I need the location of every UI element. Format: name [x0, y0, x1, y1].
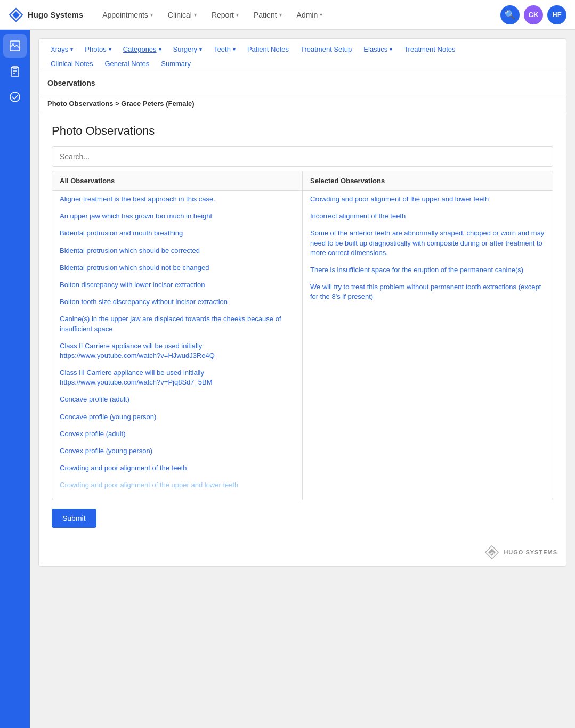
section-title: Observations — [39, 72, 566, 94]
chevron-down-icon: ▾ — [320, 12, 322, 18]
search-button[interactable]: 🔍 — [500, 5, 520, 24]
list-item[interactable]: Bidental protrusion which should be corr… — [52, 242, 302, 259]
avatar-ck[interactable]: CK — [524, 5, 543, 24]
tab-treatment-notes[interactable]: Treatment Notes — [399, 43, 460, 55]
list-item[interactable]: Bolton discrepancy with lower incisor ex… — [52, 276, 302, 293]
breadcrumb: Photo Observations > Grace Peters (Femal… — [39, 94, 566, 113]
footer-label: HUGO SYSTEMS — [504, 549, 557, 555]
top-nav: Hugo Systems Appointments ▾ Clinical ▾ R… — [0, 0, 575, 30]
tab-photos[interactable]: Photos ▾ — [79, 43, 116, 55]
tab-general-notes[interactable]: General Notes — [99, 58, 155, 70]
tab-categories[interactable]: Categories ▾ — [118, 43, 167, 55]
chevron-down-icon: ▾ — [109, 46, 111, 52]
chevron-down-icon: ▾ — [233, 46, 236, 52]
tab-teeth[interactable]: Teeth ▾ — [208, 43, 241, 55]
chevron-down-icon: ▾ — [279, 12, 282, 18]
checkmark-icon — [9, 91, 21, 103]
search-input[interactable] — [52, 147, 553, 166]
list-item[interactable]: Class III Carriere appliance will be use… — [52, 364, 302, 391]
submit-button[interactable]: Submit — [52, 509, 96, 528]
list-item[interactable]: Convex profile (adult) — [52, 426, 302, 443]
list-item[interactable]: Some of the anterior teeth are abnormall… — [303, 225, 553, 261]
chevron-down-icon: ▾ — [150, 12, 153, 18]
svg-marker-1 — [12, 11, 20, 19]
main-card: Xrays ▾ Photos ▾ Categories ▾ Surgery ▾ … — [38, 38, 566, 567]
footer-logo-icon: HS — [484, 545, 499, 560]
avatar-hf[interactable]: HF — [547, 5, 566, 24]
list-item[interactable]: Class II Carriere appliance will be used… — [52, 338, 302, 364]
selected-observations-list: Crowding and poor alignment of the upper… — [303, 191, 553, 306]
list-item[interactable]: Aligner treatment is the best approach i… — [52, 191, 302, 208]
nav-appointments[interactable]: Appointments ▾ — [96, 6, 159, 23]
all-observations-col: All Observations Aligner treatment is th… — [52, 171, 303, 500]
list-item[interactable]: Concave profile (adult) — [52, 391, 302, 408]
observations-container: Photo Observations All Observations Alig… — [39, 113, 566, 538]
chevron-down-icon: ▾ — [199, 46, 202, 52]
list-item[interactable]: An upper jaw which has grown too much in… — [52, 208, 302, 225]
tab-treatment-setup[interactable]: Treatment Setup — [295, 43, 357, 55]
tab-row-1: Xrays ▾ Photos ▾ Categories ▾ Surgery ▾ … — [45, 43, 560, 55]
tab-bar: Xrays ▾ Photos ▾ Categories ▾ Surgery ▾ … — [39, 39, 566, 72]
chevron-down-icon: ▾ — [159, 46, 161, 52]
all-observations-header: All Observations — [52, 171, 302, 191]
nav-patient[interactable]: Patient ▾ — [247, 6, 288, 23]
list-item[interactable]: Bolton tooth size discrepancy without in… — [52, 293, 302, 310]
search-icon: 🔍 — [505, 10, 515, 20]
svg-text:HS: HS — [490, 551, 495, 555]
tab-clinical-notes[interactable]: Clinical Notes — [45, 58, 98, 70]
tab-row-2: Clinical Notes General Notes Summary — [45, 58, 560, 70]
left-sidebar — [0, 30, 30, 728]
app-name: Hugo Systems — [28, 10, 83, 19]
footer: HS HUGO SYSTEMS — [39, 538, 566, 566]
logo-area: Hugo Systems — [9, 7, 83, 22]
sidebar-icon-image[interactable] — [3, 34, 27, 58]
chevron-down-icon: ▾ — [390, 46, 392, 52]
logo-icon — [9, 7, 23, 22]
list-item[interactable]: Bidental protrusion which should not be … — [52, 259, 302, 276]
obs-title: Photo Observations — [52, 124, 553, 138]
list-item[interactable]: Bidental protrusion and mouth breathing — [52, 225, 302, 242]
nav-items: Appointments ▾ Clinical ▾ Report ▾ Patie… — [96, 6, 500, 23]
selected-observations-col: Selected Observations Crowding and poor … — [303, 171, 553, 500]
svg-point-9 — [10, 92, 20, 102]
obs-lists: All Observations Aligner treatment is th… — [52, 171, 553, 500]
nav-right: 🔍 CK HF — [500, 5, 566, 24]
list-item[interactable]: Crowding and poor alignment of the teeth — [52, 460, 302, 477]
nav-admin[interactable]: Admin ▾ — [290, 6, 329, 23]
list-item[interactable]: Decalcification due to incorrect brushin… — [52, 494, 302, 500]
sidebar-icon-clipboard[interactable] — [3, 60, 27, 83]
list-item[interactable]: Crowding and poor alignment of the upper… — [303, 191, 553, 208]
tab-patient-notes[interactable]: Patient Notes — [242, 43, 294, 55]
clipboard-icon — [9, 66, 21, 77]
chevron-down-icon: ▾ — [236, 12, 239, 18]
image-icon — [9, 40, 21, 52]
search-wrapper — [52, 146, 553, 167]
tab-summary[interactable]: Summary — [156, 58, 196, 70]
main-content: Xrays ▾ Photos ▾ Categories ▾ Surgery ▾ … — [30, 30, 575, 728]
tab-xrays[interactable]: Xrays ▾ — [45, 43, 78, 55]
nav-clinical[interactable]: Clinical ▾ — [161, 6, 203, 23]
chevron-down-icon: ▾ — [70, 46, 73, 52]
list-item[interactable]: Canine(s) in the upper jaw are displaced… — [52, 310, 302, 337]
tab-surgery[interactable]: Surgery ▾ — [168, 43, 208, 55]
list-item[interactable]: We will try to treat this problem withou… — [303, 279, 553, 305]
list-item[interactable]: Concave profile (young person) — [52, 408, 302, 426]
list-item[interactable]: Convex profile (young person) — [52, 443, 302, 460]
all-observations-list: Aligner treatment is the best approach i… — [52, 191, 302, 500]
list-item[interactable]: There is insufficient space for the erup… — [303, 261, 553, 279]
chevron-down-icon: ▾ — [194, 12, 197, 18]
tab-elastics[interactable]: Elastics ▾ — [358, 43, 398, 55]
sidebar-icon-check[interactable] — [3, 85, 27, 109]
nav-report[interactable]: Report ▾ — [205, 6, 245, 23]
list-item[interactable]: Crowding and poor alignment of the upper… — [52, 477, 302, 494]
list-item[interactable]: Incorrect alignment of the teeth — [303, 208, 553, 225]
selected-observations-header: Selected Observations — [303, 171, 553, 191]
